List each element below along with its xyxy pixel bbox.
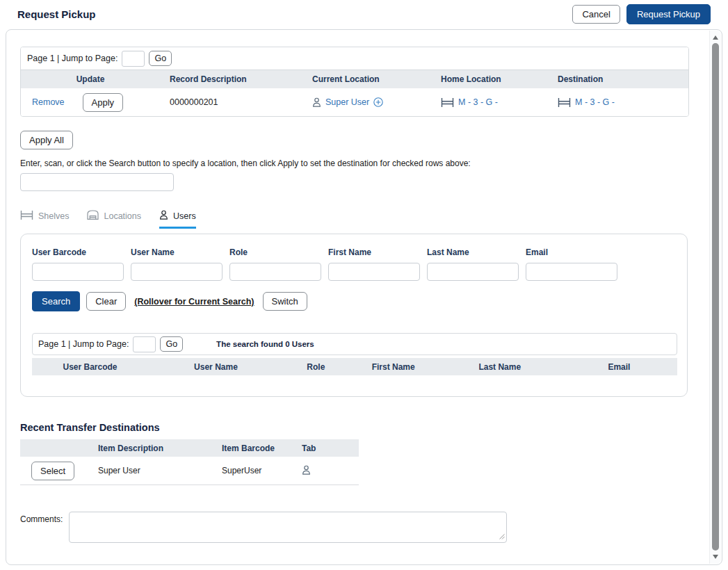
tab-locations[interactable]: Locations bbox=[87, 210, 141, 229]
arrow-up-icon[interactable] bbox=[713, 35, 718, 40]
results-column-role: Role bbox=[284, 362, 348, 372]
location-input[interactable] bbox=[20, 173, 174, 191]
table-row: Remove Apply 0000000201 Sup bbox=[21, 88, 688, 116]
top-bar: Request Pickup Cancel Request Pickup bbox=[0, 0, 728, 28]
location-instruction: Enter, scan, or click the Search button … bbox=[20, 158, 694, 168]
pagination-label: Page 1 | Jump to Page: bbox=[27, 54, 118, 63]
results-column-user-barcode: User Barcode bbox=[32, 362, 148, 372]
select-button[interactable]: Select bbox=[31, 462, 74, 480]
user-name-input[interactable] bbox=[131, 263, 223, 281]
role-label: Role bbox=[229, 247, 321, 257]
cancel-button[interactable]: Cancel bbox=[572, 5, 620, 24]
item-description-value: Super User bbox=[90, 466, 213, 475]
search-button[interactable]: Search bbox=[32, 291, 80, 311]
comments-label: Comments: bbox=[20, 514, 63, 546]
tab-label: Users bbox=[173, 211, 196, 221]
results-summary: The search found 0 Users bbox=[216, 340, 314, 348]
email-label: Email bbox=[526, 247, 617, 257]
tab-label: Locations bbox=[104, 211, 141, 221]
table-row: Select Super User SuperUser bbox=[20, 457, 359, 485]
rollover-current-search-link[interactable]: (Rollover for Current Search) bbox=[134, 297, 254, 307]
pickup-items-table: Page 1 | Jump to Page: Go Update Record … bbox=[20, 47, 689, 117]
apply-button[interactable]: Apply bbox=[83, 93, 124, 112]
pagination-label: Page 1 | Jump to Page: bbox=[38, 339, 129, 349]
results-column-user-name: User Name bbox=[148, 362, 284, 372]
vertical-scrollbar[interactable] bbox=[709, 31, 721, 564]
switch-button[interactable]: Switch bbox=[263, 292, 307, 311]
column-header-record-description: Record Description bbox=[160, 70, 302, 88]
archive-icon bbox=[87, 210, 99, 222]
first-name-input[interactable] bbox=[328, 263, 420, 281]
section-title: Recent Transfer Destinations bbox=[20, 422, 694, 433]
page-title: Request Pickup bbox=[17, 8, 96, 20]
person-icon bbox=[312, 97, 321, 107]
results-pagination: Page 1 | Jump to Page: Go The search fou… bbox=[32, 333, 677, 355]
results-column-last-name: Last Name bbox=[439, 362, 561, 372]
results-go-button[interactable]: Go bbox=[160, 336, 183, 352]
recent-transfer-destinations: Recent Transfer Destinations Item Descri… bbox=[20, 422, 694, 485]
pickup-table-header-row: Update Record Description Current Locati… bbox=[21, 70, 688, 88]
main-panel: Page 1 | Jump to Page: Go Update Record … bbox=[6, 29, 722, 565]
column-header-update: Update bbox=[21, 70, 160, 88]
user-barcode-label: User Barcode bbox=[32, 247, 124, 257]
role-input[interactable] bbox=[229, 263, 321, 281]
recent-transfers-header-row: Item Description Item Barcode Tab bbox=[20, 439, 359, 457]
user-search-fields: User Barcode User Name Role First Name bbox=[32, 247, 687, 281]
destination-link[interactable]: M - 3 - G - bbox=[575, 97, 615, 107]
go-button[interactable]: Go bbox=[149, 51, 172, 66]
comments-textarea[interactable] bbox=[69, 512, 507, 543]
person-icon bbox=[302, 465, 311, 475]
user-search-panel: User Barcode User Name Role First Name bbox=[20, 234, 688, 397]
comments-section: Comments: bbox=[20, 512, 694, 546]
jump-to-page-input[interactable] bbox=[122, 51, 145, 67]
current-location-link[interactable]: Super User bbox=[325, 97, 369, 107]
results-column-first-name: First Name bbox=[348, 362, 439, 372]
remove-link[interactable]: Remove bbox=[32, 97, 65, 107]
user-barcode-input[interactable] bbox=[32, 263, 124, 281]
tab-shelves[interactable]: Shelves bbox=[20, 210, 69, 229]
user-search-results: Page 1 | Jump to Page: Go The search fou… bbox=[32, 333, 677, 375]
recent-transfers-table: Item Description Item Barcode Tab Select… bbox=[20, 439, 359, 485]
pickup-table-pagination: Page 1 | Jump to Page: Go bbox=[21, 47, 688, 70]
recent-column-item-barcode: Item Barcode bbox=[213, 443, 293, 453]
person-icon bbox=[159, 210, 168, 222]
column-header-home-location: Home Location bbox=[431, 70, 548, 88]
home-location-link[interactable]: M - 3 - G - bbox=[458, 97, 498, 107]
results-header-row: User Barcode User Name Role First Name L… bbox=[32, 358, 677, 375]
column-header-current-location: Current Location bbox=[302, 70, 431, 88]
shelf-icon bbox=[441, 98, 454, 107]
location-type-tabs: Shelves Locations Users bbox=[20, 210, 694, 229]
last-name-label: Last Name bbox=[427, 247, 519, 257]
shelf-icon bbox=[558, 98, 571, 107]
tab-label: Shelves bbox=[38, 211, 69, 221]
first-name-label: First Name bbox=[328, 247, 420, 257]
user-name-label: User Name bbox=[131, 247, 223, 257]
clear-button[interactable]: Clear bbox=[86, 292, 126, 311]
apply-all-button[interactable]: Apply All bbox=[20, 131, 73, 149]
request-pickup-page: Request Pickup Cancel Request Pickup Pag… bbox=[0, 0, 728, 570]
request-pickup-button[interactable]: Request Pickup bbox=[626, 4, 711, 24]
record-description-value: 0000000201 bbox=[170, 97, 218, 107]
results-column-email: Email bbox=[561, 362, 677, 372]
plus-circle-icon[interactable] bbox=[373, 97, 383, 107]
tab-users[interactable]: Users bbox=[159, 210, 196, 229]
email-input[interactable] bbox=[526, 263, 617, 281]
scrollbar-thumb[interactable] bbox=[712, 43, 719, 551]
column-header-destination: Destination bbox=[548, 70, 688, 88]
results-jump-to-page-input[interactable] bbox=[133, 336, 156, 352]
recent-column-item-description: Item Description bbox=[90, 443, 213, 453]
shelf-icon bbox=[20, 211, 33, 222]
item-barcode-value: SuperUser bbox=[213, 466, 293, 475]
last-name-input[interactable] bbox=[427, 263, 519, 281]
recent-column-tab: Tab bbox=[293, 443, 359, 453]
arrow-down-icon[interactable] bbox=[713, 555, 718, 559]
